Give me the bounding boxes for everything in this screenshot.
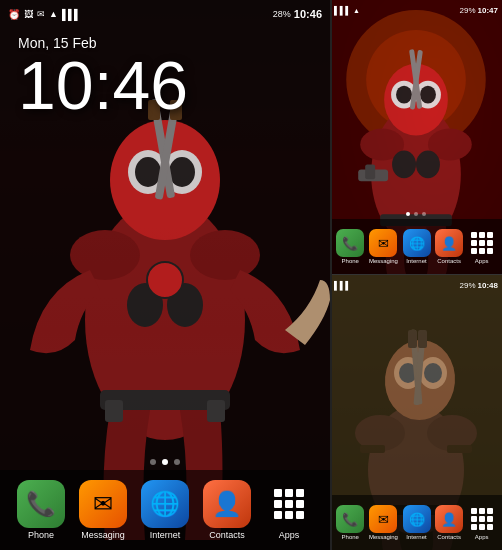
small-apps-b[interactable]: Apps <box>468 505 496 540</box>
image-icon: 🖼 <box>24 9 33 19</box>
small-messaging[interactable]: ✉ Messaging <box>369 229 398 264</box>
svg-rect-50 <box>408 330 417 348</box>
svg-rect-10 <box>105 400 123 422</box>
clock-status: 10:46 <box>294 8 322 20</box>
svg-rect-34 <box>365 164 375 179</box>
svg-point-31 <box>416 150 440 178</box>
small-net-label: Internet <box>406 258 426 264</box>
small-apps-icon-b[interactable] <box>468 505 496 533</box>
battery-bottom: 29% <box>460 281 476 290</box>
wifi-icon: ▲ <box>49 9 58 19</box>
svg-point-7 <box>70 230 140 280</box>
small-phone-label: Phone <box>342 258 359 264</box>
bottom-dock: 📞 Phone ✉ Messaging 🌐 Internet 👤 Contact… <box>0 470 330 550</box>
small-net-icon-b[interactable]: 🌐 <box>403 505 431 533</box>
svg-rect-54 <box>447 445 472 453</box>
status-bar-top-panel: ▌▌▌ ▲ 29% 10:47 <box>330 0 502 20</box>
svg-point-5 <box>135 157 161 187</box>
small-net-label-b: Internet <box>406 534 426 540</box>
signal-bars: ▌▌▌ <box>62 9 80 20</box>
svg-point-18 <box>147 262 183 298</box>
small-internet-b[interactable]: 🌐 Internet <box>403 505 431 540</box>
phone-label: Phone <box>28 530 54 540</box>
dock-phone[interactable]: 📞 Phone <box>17 480 65 540</box>
small-phone-label-b: Phone <box>342 534 359 540</box>
small-messaging-b[interactable]: ✉ Messaging <box>369 505 398 540</box>
panel-bottom: ▌▌▌ 29% 10:48 📞 Phone ✉ Messaging � <box>330 275 502 550</box>
svg-rect-11 <box>207 400 225 422</box>
messaging-icon[interactable]: ✉ <box>79 480 127 528</box>
small-contacts-label: Contacts <box>437 258 461 264</box>
contacts-icon[interactable]: 👤 <box>203 480 251 528</box>
dot-3 <box>174 459 180 465</box>
main-background: ⏰ 🖼 ✉ ▲ ▌▌▌ 28% 10:46 Mon, 15 Feb 10:46 <box>0 0 330 550</box>
status-right: 28% 10:46 <box>273 8 322 20</box>
svg-point-6 <box>169 157 195 187</box>
battery-percent: 28% <box>273 9 291 19</box>
small-apps-label-b: Apps <box>475 534 489 540</box>
small-phone[interactable]: 📞 Phone <box>336 229 364 264</box>
dock-apps[interactable]: Apps <box>265 480 313 540</box>
top-dot-2 <box>414 212 418 216</box>
internet-label: Internet <box>150 530 181 540</box>
svg-point-30 <box>392 150 416 178</box>
main-screen: ⏰ 🖼 ✉ ▲ ▌▌▌ 28% 10:46 Mon, 15 Feb 10:46 <box>0 0 330 550</box>
svg-point-27 <box>420 86 436 104</box>
apps-icon[interactable] <box>265 480 313 528</box>
panel-bottom-background: ▌▌▌ 29% 10:48 📞 Phone ✉ Messaging � <box>330 275 502 550</box>
small-phone-b[interactable]: 📞 Phone <box>336 505 364 540</box>
status-left-icons: ⏰ 🖼 ✉ ▲ ▌▌▌ <box>8 9 80 20</box>
page-indicator <box>150 459 180 465</box>
panel-top: ▌▌▌ ▲ 29% 10:47 📞 Phone <box>330 0 502 275</box>
top-dot-3 <box>422 212 426 216</box>
phone-icon[interactable]: 📞 <box>17 480 65 528</box>
small-contacts-icon-b[interactable]: 👤 <box>435 505 463 533</box>
svg-point-26 <box>396 86 412 104</box>
top-panel-indicator <box>406 212 426 216</box>
notification-icon: ✉ <box>37 9 45 19</box>
right-panels: ▌▌▌ ▲ 29% 10:47 📞 Phone <box>330 0 502 550</box>
contacts-label: Contacts <box>209 530 245 540</box>
small-internet[interactable]: 🌐 Internet <box>403 229 431 264</box>
top-dot-1 <box>406 212 410 216</box>
small-apps-icon[interactable] <box>468 229 496 257</box>
dot-1 <box>150 459 156 465</box>
small-msg-label-b: Messaging <box>369 534 398 540</box>
internet-icon[interactable]: 🌐 <box>141 480 189 528</box>
status-right-bottom: 29% 10:48 <box>460 281 498 290</box>
small-contacts-icon[interactable]: 👤 <box>435 229 463 257</box>
small-dock-bottom: 📞 Phone ✉ Messaging 🌐 Internet 👤 Contact… <box>330 495 502 550</box>
dot-2 <box>162 459 168 465</box>
small-net-icon[interactable]: 🌐 <box>403 229 431 257</box>
small-apps[interactable]: Apps <box>468 229 496 264</box>
small-contacts-label-b: Contacts <box>437 534 461 540</box>
small-phone-icon[interactable]: 📞 <box>336 229 364 257</box>
clock-time: 10:46 <box>18 51 188 119</box>
small-contacts-b[interactable]: 👤 Contacts <box>435 505 463 540</box>
signal-top: ▌▌▌ <box>334 6 351 15</box>
time-top: 10:47 <box>478 6 498 15</box>
screen-divider <box>330 0 332 550</box>
small-phone-icon-b[interactable]: 📞 <box>336 505 364 533</box>
clock-area: Mon, 15 Feb 10:46 <box>18 35 188 119</box>
dock-contacts[interactable]: 👤 Contacts <box>203 480 251 540</box>
small-contacts[interactable]: 👤 Contacts <box>435 229 463 264</box>
status-bar-main: ⏰ 🖼 ✉ ▲ ▌▌▌ 28% 10:46 <box>0 0 330 28</box>
apps-label: Apps <box>279 530 300 540</box>
small-dock-top: 📞 Phone ✉ Messaging 🌐 Internet 👤 Contact… <box>330 219 502 274</box>
dock-internet[interactable]: 🌐 Internet <box>141 480 189 540</box>
status-right-top: 29% 10:47 <box>460 6 498 15</box>
small-msg-icon-b[interactable]: ✉ <box>369 505 397 533</box>
panel-top-background: ▌▌▌ ▲ 29% 10:47 📞 Phone <box>330 0 502 274</box>
status-bar-bottom-panel: ▌▌▌ 29% 10:48 <box>330 275 502 295</box>
status-left-top: ▌▌▌ ▲ <box>334 6 360 15</box>
time-bottom: 10:48 <box>478 281 498 290</box>
svg-rect-51 <box>418 330 427 348</box>
svg-rect-53 <box>360 445 385 453</box>
svg-point-8 <box>190 230 260 280</box>
small-msg-icon[interactable]: ✉ <box>369 229 397 257</box>
messaging-label: Messaging <box>81 530 125 540</box>
signal-bottom: ▌▌▌ <box>334 281 351 290</box>
small-msg-label: Messaging <box>369 258 398 264</box>
dock-messaging[interactable]: ✉ Messaging <box>79 480 127 540</box>
